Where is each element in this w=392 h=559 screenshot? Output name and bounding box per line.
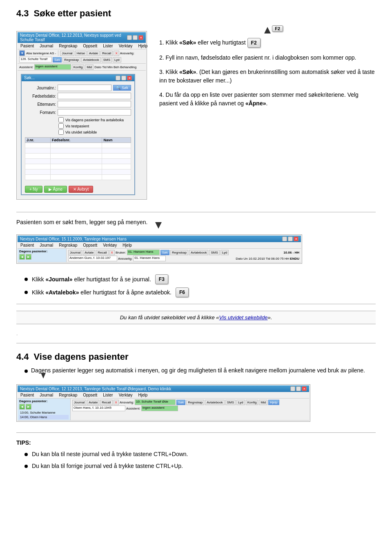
regnskap-btn2[interactable]: Regnskap	[170, 250, 188, 255]
menu-verktoy[interactable]: Verktøy	[118, 43, 134, 49]
recall-btn3[interactable]: Recall	[100, 400, 112, 405]
etternavn-input[interactable]	[58, 101, 131, 107]
sok-toolbar-btn[interactable]: Søk	[53, 57, 62, 62]
avtale-btn3[interactable]: Avtale	[87, 400, 99, 405]
journal-btn2[interactable]: Journal	[68, 250, 82, 255]
avbryt-btn[interactable]: ✕ Avbryt	[69, 186, 93, 193]
win3-menu-oppsett[interactable]: Oppsett	[82, 392, 98, 398]
assistent-select3[interactable]: Ingen assistent	[141, 405, 178, 411]
win2-close-btn[interactable]: ✕	[294, 236, 298, 241]
table-row[interactable]	[25, 175, 131, 180]
avtale-btn2[interactable]: Avtale	[83, 250, 95, 255]
ansvarlig-select2[interactable]: 01. Hansen Hans	[133, 256, 166, 261]
x-btn2[interactable]: X	[109, 250, 115, 255]
win2-max-btn[interactable]: □	[288, 236, 293, 241]
menu-hjelp[interactable]: Hjelp	[137, 43, 149, 49]
nav-next[interactable]: ►	[26, 254, 31, 260]
mid-btn3[interactable]: Mid	[259, 400, 267, 405]
recall-btn2[interactable]: Recall	[96, 250, 108, 255]
journal-btn3[interactable]: Journal	[72, 400, 86, 405]
win3-max-btn[interactable]: □	[296, 386, 301, 391]
nav-down-arrow[interactable]: ▾	[19, 50, 25, 56]
sms-btn3[interactable]: SMS	[225, 400, 236, 405]
avtalebook-btn2[interactable]: Avtalebook	[189, 250, 208, 255]
win3-nav-next[interactable]: ►	[26, 404, 31, 410]
journal-btn[interactable]: Journal	[60, 51, 74, 56]
regnskap-btn3[interactable]: Regnskap	[186, 400, 204, 405]
menu-journal[interactable]: Journal	[38, 43, 54, 49]
sms-btn2[interactable]: SMS	[209, 250, 219, 255]
fornavn-input[interactable]	[58, 109, 131, 116]
helse-btn[interactable]: Helse	[75, 51, 87, 56]
maximize-btn[interactable]: □	[133, 35, 138, 40]
win2-min-btn[interactable]: _	[282, 236, 287, 241]
win2-menu-hjelp[interactable]: Hjelp	[121, 243, 133, 248]
close-btn[interactable]: ✕	[138, 35, 143, 40]
dialog-min-btn[interactable]: _	[116, 76, 120, 80]
avtalebook-toolbar-btn[interactable]: Avtalebook	[81, 57, 100, 62]
win3-nav-prev[interactable]: ◄	[19, 404, 25, 410]
menu-pasient[interactable]: Pasient	[19, 43, 35, 49]
apne-btn[interactable]: ▶ Åpne	[44, 186, 67, 193]
avtale-btn[interactable]: Avtale	[87, 51, 100, 56]
recall-btn[interactable]: Recall	[100, 51, 113, 56]
table-row[interactable]	[25, 154, 131, 159]
journal-input[interactable]	[58, 85, 111, 91]
minimize-btn[interactable]: _	[127, 35, 132, 40]
x-btn3[interactable]: X	[114, 400, 119, 405]
table-row[interactable]	[25, 164, 131, 169]
dialog-max-btn[interactable]: □	[121, 76, 126, 80]
lyd-btn3[interactable]: Lyd	[236, 400, 245, 405]
win3-min-btn[interactable]: _	[290, 386, 295, 391]
konfig-btn3[interactable]: Konfig	[246, 400, 258, 405]
table-row[interactable]	[25, 143, 131, 148]
ansvarlig-select3[interactable]: 10. Schulte Toralf Øde	[135, 399, 176, 405]
ansvarlig-select[interactable]: 126. Schulte Toralf	[19, 57, 52, 62]
patient-entry-2[interactable]: 14:00, Olsen Hans	[19, 415, 69, 419]
dialog-close-btn[interactable]: ✕	[127, 76, 132, 80]
win3-menu-hjelp[interactable]: Hjelp	[137, 392, 149, 398]
patient-select3[interactable]: Olsen Hans, f. 10.10.1945	[72, 405, 125, 411]
nav-prev[interactable]: ◄	[19, 254, 25, 260]
konfig-btn[interactable]: Konfig	[72, 65, 85, 70]
checkbox-avtale-input[interactable]	[58, 117, 64, 122]
sok-btn2[interactable]: Søk	[160, 250, 169, 255]
hjelp-btn3[interactable]: Hjelp	[268, 400, 279, 405]
x-btn[interactable]: X	[114, 51, 119, 56]
win3-menu-regnskap[interactable]: Regnskap	[58, 392, 78, 398]
patient-entry-1[interactable]: 13:00, Schulte Marianne	[19, 410, 69, 415]
menu-regnskap[interactable]: Regnskap	[58, 43, 78, 49]
sok-dialog-btn[interactable]: 🔍 Søk	[113, 85, 131, 91]
win2-menu-pasient[interactable]: Pasient	[19, 243, 35, 248]
mid-btn[interactable]: Mid	[85, 65, 94, 70]
table-row[interactable]	[25, 169, 131, 175]
avtalebook-btn3[interactable]: Avtalebook	[205, 400, 224, 405]
win3-close-btn[interactable]: ✕	[302, 386, 307, 391]
menu-oppsett[interactable]: Oppsett	[82, 43, 98, 49]
lyd-btn2[interactable]: Lyd	[220, 250, 229, 255]
regnskap-toolbar-btn[interactable]: Regnskap	[62, 57, 80, 62]
win3-menu-lister[interactable]: Lister	[102, 392, 114, 398]
lyd-toolbar-btn[interactable]: Lyd	[113, 57, 121, 62]
checkbox-utvidet-input[interactable]	[58, 129, 64, 135]
bruker-select[interactable]: 01. Hansen Hans	[127, 249, 160, 255]
patient-select2[interactable]: Andersen Guro, f. 10.02.197	[68, 256, 117, 261]
win3-menu-verktoy[interactable]: Verktøy	[118, 392, 134, 398]
win3-toolbar: Journal Avtale Recall X Ansvarlig: 10. S…	[71, 399, 309, 420]
win3-menu-journal[interactable]: Journal	[38, 392, 54, 398]
win2-menu-regnskap[interactable]: Regnskap	[58, 243, 78, 248]
checkbox-test-input[interactable]	[58, 123, 64, 129]
ny-btn[interactable]: + Ny	[25, 186, 42, 193]
menu-lister[interactable]: Lister	[102, 43, 114, 49]
assistent-select[interactable]: Ingen assistent	[34, 64, 71, 70]
table-row[interactable]	[25, 148, 131, 154]
note-link[interactable]: Vis utvidet søkebilde	[219, 314, 267, 321]
sok-btn3[interactable]: Søk	[176, 400, 185, 405]
fodselsdato-input[interactable]	[58, 93, 131, 99]
table-row[interactable]	[25, 159, 131, 164]
win2-menu-journal[interactable]: Journal	[38, 243, 54, 248]
sms-toolbar-btn[interactable]: SMS	[102, 57, 112, 62]
win3-menu-pasient[interactable]: Pasient	[19, 392, 35, 398]
win2-menu-oppsett[interactable]: Oppsett	[82, 243, 98, 248]
win2-menu-verktoy[interactable]: Verktøy	[102, 243, 118, 248]
